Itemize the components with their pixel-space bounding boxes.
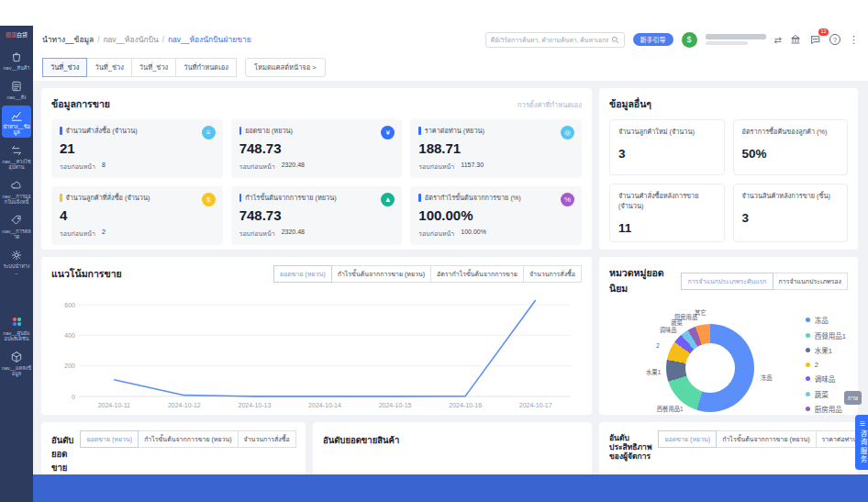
sidebar-item-4[interactable]: nav__ห่วงโซ่อุปทาน <box>2 140 31 173</box>
collapsed-side-tag[interactable]: ภาษ <box>844 391 862 405</box>
stat-card-icon: $ <box>202 193 216 206</box>
legend-item[interactable]: 蔬菜 <box>806 389 846 399</box>
trend-metric-tab-4[interactable]: จำนวนการสั่งซื้อ <box>523 265 582 283</box>
other-card-label: จำนวนสินค้าหลังการขาย (ชิ้น) <box>742 191 840 201</box>
app-window: 很康白货 nav__สินค้าnav__สั่งนำทาง__ข้อมูลna… <box>0 0 868 502</box>
customer-service-ribbon[interactable]: ☰ 咨询服务 <box>855 415 868 470</box>
donut-legend: 冻品西餐用品1水果12调味品蔬菜厨房用品其它 <box>806 315 846 415</box>
sidebar-item-label: ระบบนำทาง_ <box>2 263 31 274</box>
stat-card-value: 748.73 <box>239 140 395 156</box>
legend-item-label: 调味品 <box>815 374 836 384</box>
more-menu-icon[interactable]: ⋮ <box>849 34 859 46</box>
legend-item-label: 蔬菜 <box>815 389 829 399</box>
donut-slice-label: 冻品 <box>761 373 773 381</box>
avatar[interactable]: $ <box>682 32 697 48</box>
trend-metric-tab-3[interactable]: อัตรากำไรขั้นต้นจากการขาย <box>430 265 524 283</box>
donut-slice-label: 其它 <box>695 307 707 316</box>
bottom-panel-head: อันดับยอดขายของผู้ขายยอดขาย (หยวน)กำไรขั… <box>51 430 295 474</box>
breadcrumb-item-current[interactable]: nav__ห้องนักบินฝ่ายขาย <box>168 33 250 46</box>
other-data-card[interactable]: จำนวนคำสั่งซื้อหลังการขาย (จำนวน)11 <box>609 184 725 242</box>
search-icon <box>611 36 619 44</box>
date-range-tab-1[interactable]: วันที่_ช่วง <box>42 58 87 77</box>
sidebar-item-3[interactable]: นำทาง__ข้อมูล <box>2 106 31 138</box>
box-icon <box>10 351 23 363</box>
stat-card-value: 100.00% <box>418 207 573 223</box>
newbie-guide-button[interactable]: 新手引导 <box>633 33 673 46</box>
sidebar-item-label: นำทาง__ข้อมูล <box>2 124 31 135</box>
help-icon[interactable]: ? <box>829 34 840 45</box>
stat-card[interactable]: อัตรากำไรขั้นต้นจากการขาย (%)100.00%รอบก… <box>410 186 582 245</box>
bottom-metric-tab-1[interactable]: ยอดขาย (หยวน) <box>80 430 139 448</box>
legend-item[interactable]: 冻品 <box>806 315 846 325</box>
stat-card[interactable]: ราคาต่อท่าน (หยวน)188.71รอบก่อนหน้า1157.… <box>410 119 582 178</box>
svg-text:2024-10-14: 2024-10-14 <box>308 402 341 408</box>
category-level-tab-2[interactable]: การจำแนกประเภทรอง <box>773 273 848 290</box>
workbench-icon[interactable] <box>790 34 801 45</box>
trend-metric-tab-2[interactable]: กำไรขั้นต้นจากการขาย (หยวน) <box>331 265 431 283</box>
sidebar-item-9[interactable]: nav__แหล่งข้อมูล <box>2 347 31 379</box>
switch-account-icon[interactable]: ⇄ <box>774 35 782 45</box>
legend-item[interactable]: 水果1 <box>806 345 846 355</box>
user-name-redacted[interactable] <box>706 34 766 45</box>
category-panel-title: หมวดหมู่ยอดนิยม <box>609 265 682 296</box>
breadcrumb-item[interactable]: นำทาง__ข้อมูล <box>42 33 94 46</box>
svg-text:2024-10-11: 2024-10-11 <box>98 402 130 408</box>
bottom-metric-tab-2[interactable]: กำไรขั้นต้นจากการขาย (หยวน) <box>138 430 238 448</box>
legend-item[interactable]: 西餐用品1 <box>806 330 846 340</box>
sidebar-item-1[interactable]: nav__สินค้า <box>2 47 31 73</box>
search-input[interactable] <box>491 37 608 43</box>
legend-item[interactable]: 厨房用品 <box>806 404 846 414</box>
date-range-tab-2[interactable]: วันที่_ช่วง <box>86 58 131 77</box>
stat-card-title: จำนวนลูกค้าที่สั่งซื้อ (จำนวน) <box>60 193 215 203</box>
other-card-label: จำนวนลูกค้าใหม่ (จำนวน) <box>618 127 716 137</box>
breadcrumb-separator: / <box>162 35 164 44</box>
svg-text:600: 600 <box>64 302 75 308</box>
other-data-card[interactable]: อัตราการซื้อคืนของลูกค้า (%)50% <box>733 119 849 175</box>
bottom-panel-title: อันดับยอดขายสินค้า <box>323 430 399 447</box>
stat-accent-bar <box>60 194 62 202</box>
stat-card-icon: ▲ <box>381 193 395 206</box>
app-logo: 很康白货 <box>6 31 28 39</box>
category-level-tab-1[interactable]: การจำแนกประเภทระดับแรก <box>681 273 773 290</box>
legend-item[interactable]: 调味品 <box>806 374 846 384</box>
bag-icon <box>10 50 23 63</box>
stat-card-previous: รอบก่อนหน้า8 <box>60 162 215 172</box>
stat-card-icon: ¥ <box>381 126 395 139</box>
donut-ring[interactable] <box>666 324 754 412</box>
sidebar-item-7[interactable]: ระบบนำทาง_ <box>2 245 31 277</box>
sales-trend-line-chart: 02004006002024-10-112024-10-122024-10-13… <box>51 290 582 411</box>
bottom-metric-tab-3[interactable]: จำนวนการสั่งซื้อ <box>238 430 296 448</box>
stat-card[interactable]: ยอดขาย (หยวน)748.73รอบก่อนหน้า2320.48¥ <box>231 119 403 178</box>
sidebar-item-5[interactable]: nav__การออกใบแจ้งหนี้ <box>2 175 31 207</box>
donut-slice-label: 西餐用品1 <box>657 404 684 412</box>
custom-settings-link[interactable]: การตั้งค่าที่กำหนดเอง <box>517 99 582 110</box>
breadcrumb-separator: / <box>97 35 99 44</box>
gear-icon <box>10 249 23 262</box>
stat-card[interactable]: กำไรขั้นต้นจากการขาย (หยวน)748.73รอบก่อน… <box>231 186 403 245</box>
cast-mode-button[interactable]: โหมดแคสต์หน้าจอ > <box>245 58 326 77</box>
sidebar-item-8[interactable]: nav__ศูนย์แอปพลิเคชัน <box>2 311 31 344</box>
bottom-metric-tab-3[interactable]: ราคาต่อท่าน (หยวน) <box>816 430 858 448</box>
other-card-value: 11 <box>618 221 716 235</box>
date-range-tab-3[interactable]: วันที่_ช่วง <box>131 58 176 77</box>
messages-icon[interactable]: 12 <box>809 34 821 46</box>
other-data-card[interactable]: จำนวนลูกค้าใหม่ (จำนวน)3 <box>609 119 725 175</box>
sidebar-item-2[interactable]: nav__สั่ง <box>2 76 31 103</box>
stat-card[interactable]: จำนวนลูกค้าที่สั่งซื้อ (จำนวน)4รอบก่อนหน… <box>51 186 223 245</box>
stat-card[interactable]: จำนวนคำสั่งซื้อ (จำนวน)21รอบก่อนหน้า8≡ <box>51 119 223 178</box>
trend-metric-tab-1[interactable]: ยอดขาย (หยวน) <box>273 265 332 283</box>
bottom-metric-tab-1[interactable]: ยอดขาย (หยวน) <box>658 430 717 448</box>
sidebar-item-6[interactable]: nav__การตลาด <box>2 210 31 242</box>
sidebar-item-label: nav__การตลาด <box>2 229 31 240</box>
stat-accent-bar <box>239 127 242 135</box>
other-data-card[interactable]: จำนวนสินค้าหลังการขาย (ชิ้น)3 <box>733 184 849 242</box>
breadcrumb-item[interactable]: nav__ห้องนักบิน <box>104 33 159 46</box>
bottom-metric-tab-2[interactable]: กำไรขั้นต้นจากการขาย (หยวน) <box>716 430 816 448</box>
sidebar-item-label: nav__ศูนย์แอปพลิเคชัน <box>2 330 31 341</box>
legend-item-label: 2 <box>815 361 818 369</box>
date-range-tab-4[interactable]: วันที่กำหนดเอง <box>175 58 237 77</box>
stat-card-title: ราคาต่อท่าน (หยวน) <box>418 126 573 136</box>
svg-text:400: 400 <box>64 332 75 339</box>
stat-accent-bar <box>60 127 62 135</box>
legend-item[interactable]: 2 <box>806 361 846 369</box>
